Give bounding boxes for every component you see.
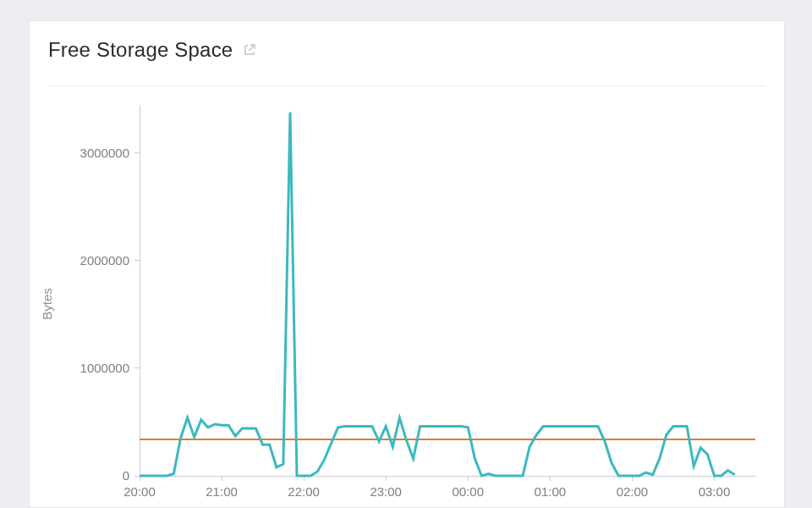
card-title: Free Storage Space — [48, 38, 233, 62]
svg-text:23:00: 23:00 — [370, 484, 402, 499]
chart-area: Bytes 010000002000000300000020:0021:0022… — [48, 97, 765, 508]
svg-text:01:00: 01:00 — [535, 484, 567, 499]
svg-text:03:00: 03:00 — [699, 484, 731, 499]
line-chart: 010000002000000300000020:0021:0022:0023:… — [48, 97, 765, 508]
svg-text:0: 0 — [123, 468, 129, 483]
series-line — [140, 113, 735, 477]
external-link-icon[interactable] — [243, 43, 256, 57]
svg-text:00:00: 00:00 — [452, 484, 484, 499]
svg-text:21:00: 21:00 — [206, 484, 238, 499]
card-header: Free Storage Space — [30, 21, 784, 74]
svg-text:22:00: 22:00 — [288, 484, 320, 499]
divider — [48, 86, 765, 86]
chart-card: Free Storage Space Bytes 010000002000000… — [29, 20, 785, 508]
svg-text:2000000: 2000000 — [80, 253, 129, 268]
svg-text:3000000: 3000000 — [80, 146, 129, 160]
svg-text:20:00: 20:00 — [123, 484, 156, 499]
svg-text:02:00: 02:00 — [617, 484, 649, 499]
svg-text:1000000: 1000000 — [80, 361, 129, 375]
